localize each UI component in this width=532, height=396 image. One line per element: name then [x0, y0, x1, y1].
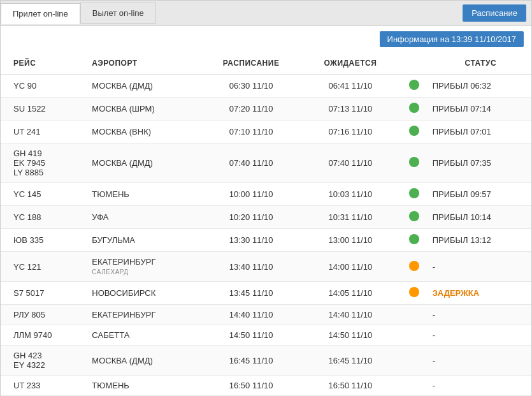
cell-status: - [430, 346, 531, 376]
status-dot [409, 261, 419, 271]
cell-status: - [430, 252, 531, 282]
cell-status: ПРИБЫЛ 07:35 [430, 143, 531, 183]
cell-status: ЗАДЕРЖКА [430, 282, 531, 305]
cell-flight: ЛЛМ 9740 [1, 325, 87, 346]
col-airport: АЭРОПОРТ [87, 52, 200, 75]
cell-expected: 16:50 11/10 [302, 376, 399, 396]
cell-status: ПРИБЫЛ 13:12 [430, 229, 531, 252]
status-dot [409, 157, 419, 167]
cell-expected: 14:05 11/10 [302, 282, 399, 305]
cell-flight: UT 241 [1, 121, 87, 143]
cell-schedule: 14:50 11/10 [200, 325, 302, 346]
cell-indicator [399, 143, 430, 183]
cell-expected: 14:40 11/10 [302, 305, 399, 325]
status-dot [409, 287, 419, 297]
cell-airport: МОСКВА (ДМД) [87, 346, 200, 376]
cell-status: - [430, 376, 531, 396]
table-row: ЮВ 335БУГУЛЬМА13:30 11/1013:00 11/10ПРИБ… [1, 229, 531, 252]
cell-airport: НОВОСИБИРСК [87, 282, 200, 305]
table-row: YC 145ТЮМЕНЬ10:00 11/1010:03 11/10ПРИБЫЛ… [1, 183, 531, 206]
table-row: UT 241МОСКВА (ВНК)07:10 11/1007:16 11/10… [1, 121, 531, 143]
cell-flight: РЛУ 805 [1, 305, 87, 325]
table-header: РЕЙС АЭРОПОРТ РАСПИСАНИЕ ОЖИДАЕТСЯ СТАТУ… [1, 52, 531, 75]
cell-status: - [430, 325, 531, 346]
cell-schedule: 14:40 11/10 [200, 305, 302, 325]
status-dot [409, 211, 419, 221]
cell-airport: ТЮМЕНЬ [87, 376, 200, 396]
cell-status: ПРИБЫЛ 07:01 [430, 121, 531, 143]
table-row: GH 419 EK 7945 LY 8885МОСКВА (ДМД)07:40 … [1, 143, 531, 183]
cell-schedule: 16:50 11/10 [200, 376, 302, 396]
cell-schedule: 13:45 11/10 [200, 282, 302, 305]
cell-airport: МОСКВА (ДМД) [87, 143, 200, 183]
cell-status: ПРИБЫЛ 07:14 [430, 98, 531, 121]
cell-flight: SU 1522 [1, 98, 87, 121]
cell-indicator [399, 75, 430, 98]
cell-expected: 10:31 11/10 [302, 206, 399, 229]
cell-indicator [399, 121, 430, 143]
cell-schedule: 13:30 11/10 [200, 229, 302, 252]
info-badge: Информация на 13:39 11/10/2017 [380, 31, 524, 47]
cell-flight: GH 419 EK 7945 LY 8885 [1, 143, 87, 183]
cell-schedule: 07:40 11/10 [200, 143, 302, 183]
cell-status: ПРИБЫЛ 10:14 [430, 206, 531, 229]
cell-status: ПРИБЫЛ 06:32 [430, 75, 531, 98]
cell-indicator [399, 98, 430, 121]
cell-flight: S7 5017 [1, 282, 87, 305]
header-row: РЕЙС АЭРОПОРТ РАСПИСАНИЕ ОЖИДАЕТСЯ СТАТУ… [1, 52, 531, 75]
cell-schedule: 07:10 11/10 [200, 121, 302, 143]
cell-schedule: 07:20 11/10 [200, 98, 302, 121]
cell-schedule: 10:00 11/10 [200, 183, 302, 206]
cell-airport: МОСКВА (ДМД) [87, 75, 200, 98]
cell-status: - [430, 305, 531, 325]
table-row: S7 5017НОВОСИБИРСК13:45 11/1014:05 11/10… [1, 282, 531, 305]
cell-indicator [399, 229, 430, 252]
cell-expected: 14:50 11/10 [302, 325, 399, 346]
cell-indicator [399, 376, 430, 396]
cell-flight: YC 145 [1, 183, 87, 206]
cell-indicator [399, 325, 430, 346]
cell-flight: YC 188 [1, 206, 87, 229]
cell-flight: ЮВ 335 [1, 229, 87, 252]
cell-schedule: 13:40 11/10 [200, 252, 302, 282]
cell-flight: YC 121 [1, 252, 87, 282]
status-dot [409, 234, 419, 244]
cell-airport: ТЮМЕНЬ [87, 183, 200, 206]
tab-bar: Прилет on-line Вылет on-line Расписание [1, 1, 531, 26]
schedule-button[interactable]: Расписание [463, 4, 526, 22]
status-dot [409, 103, 419, 113]
col-status: СТАТУС [430, 52, 531, 75]
cell-expected: 07:40 11/10 [302, 143, 399, 183]
cell-airport: УФА [87, 206, 200, 229]
table-row: РЛУ 805ЕКАТЕРИНБУРГ14:40 11/1014:40 11/1… [1, 305, 531, 325]
table-row: YC 90МОСКВА (ДМД)06:30 11/1006:41 11/10П… [1, 75, 531, 98]
cell-expected: 10:03 11/10 [302, 183, 399, 206]
cell-flight: UT 233 [1, 376, 87, 396]
info-bar: Информация на 13:39 11/10/2017 [1, 26, 531, 52]
col-schedule: РАСПИСАНИЕ [200, 52, 302, 75]
cell-schedule: 06:30 11/10 [200, 75, 302, 98]
tab-departure[interactable]: Вылет on-line [80, 3, 156, 24]
cell-indicator [399, 305, 430, 325]
cell-expected: 14:00 11/10 [302, 252, 399, 282]
cell-airport: ЕКАТЕРИНБУРГСАЛЕХАРД [87, 252, 200, 282]
cell-expected: 13:00 11/10 [302, 229, 399, 252]
cell-airport: БУГУЛЬМА [87, 229, 200, 252]
tab-arrival[interactable]: Прилет on-line [1, 3, 80, 24]
status-dot [409, 126, 419, 136]
cell-schedule: 10:20 11/10 [200, 206, 302, 229]
main-container: Прилет on-line Вылет on-line Расписание … [0, 0, 532, 396]
status-dot [409, 80, 419, 90]
table-row: ЛЛМ 9740САБЕТТА14:50 11/1014:50 11/10- [1, 325, 531, 346]
cell-airport: ЕКАТЕРИНБУРГ [87, 305, 200, 325]
col-flight: РЕЙС [1, 52, 87, 75]
cell-airport: МОСКВА (ШРМ) [87, 98, 200, 121]
col-expected: ОЖИДАЕТСЯ [302, 52, 399, 75]
cell-airport: САБЕТТА [87, 325, 200, 346]
cell-status: ПРИБЫЛ 09:57 [430, 183, 531, 206]
cell-schedule: 16:45 11/10 [200, 346, 302, 376]
cell-indicator [399, 282, 430, 305]
status-dot [409, 188, 419, 198]
cell-expected: 16:45 11/10 [302, 346, 399, 376]
table-row: SU 1522МОСКВА (ШРМ)07:20 11/1007:13 11/1… [1, 98, 531, 121]
